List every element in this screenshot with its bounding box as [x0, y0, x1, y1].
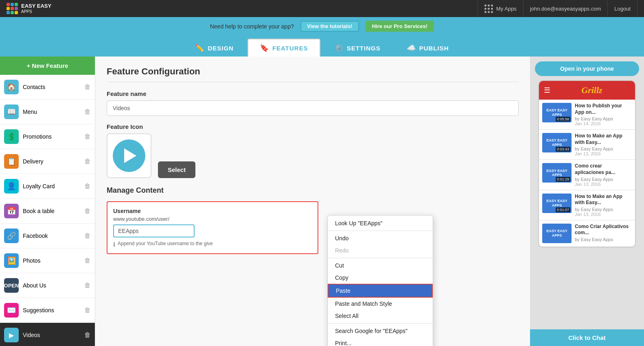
cm-divider [328, 231, 433, 231]
video-title: Como crear aplicaciones pa... [575, 163, 632, 176]
feature-icon-area: Select [107, 133, 519, 178]
thumb-logo: EASY EASYAPPS [546, 199, 567, 208]
mc-note-text: Append your YouTube username to the give [118, 241, 213, 246]
video-thumb: EASY EASYAPPS 0:05:58 [542, 103, 572, 122]
tab-settings[interactable]: ⚙️ SETTINGS [322, 39, 393, 57]
sidebar-item-delivery-label: Delivery [23, 158, 80, 165]
url-prefix: www.youtube.com/user/ [113, 216, 312, 222]
loyalty-card-trash-icon[interactable]: 🗑 [84, 183, 91, 190]
click-to-chat-btn[interactable]: Click to Chat [530, 329, 644, 346]
cm-copy-label: Copy [335, 274, 348, 281]
tab-bar: ✏️ DESIGN 🔖 FEATURES ⚙️ SETTINGS ☁️ PUBL… [0, 35, 644, 57]
cm-lookup-label: Look Up "EEApps" [335, 220, 383, 226]
sidebar-item-promotions[interactable]: 💲 Promotions 🗑 [0, 124, 95, 149]
cm-paste-match[interactable]: Paste and Match Style [328, 298, 433, 310]
cm-redo-label: Redo [335, 247, 348, 254]
thumb-logo: EASY EASYAPPS [546, 138, 567, 147]
sidebar-item-about-us[interactable]: OPEN About Us 🗑 [0, 273, 95, 298]
cm-search-google[interactable]: Search Google for "EEApps" [328, 325, 433, 337]
view-tutorials-btn[interactable]: View the tutorials! [300, 21, 359, 32]
video-item: EASY EASYAPPS 0:05:58 How to Publish you… [539, 100, 635, 130]
cm-paste[interactable]: Paste [328, 284, 433, 298]
context-menu: Look Up "EEApps" Undo Redo Cut Copy Past… [327, 215, 433, 346]
about-us-trash-icon[interactable]: 🗑 [84, 282, 91, 289]
cm-copy[interactable]: Copy [328, 272, 433, 284]
tab-publish[interactable]: ☁️ PUBLISH [394, 39, 461, 57]
hamburger-icon[interactable]: ☰ [544, 86, 550, 95]
hire-pro-services-btn[interactable]: Hire our Pro Services! [366, 21, 434, 32]
cm-print[interactable]: Print... [328, 337, 433, 346]
video-date: Jan 13, 2016 [575, 182, 632, 187]
sidebar-item-photos[interactable]: 🖼️ Photos 🗑 [0, 248, 95, 273]
video-duration: 0:01:29 [556, 177, 570, 182]
sidebar-item-delivery[interactable]: 📋 Delivery 🗑 [0, 149, 95, 174]
video-title: How to Make an App with Easy... [575, 133, 632, 146]
my-apps-label: My Apps [496, 6, 517, 12]
book-a-table-trash-icon[interactable]: 🗑 [84, 207, 91, 215]
sidebar-item-videos[interactable]: ▶ Videos 🗑 [0, 323, 95, 346]
cm-paste-match-label: Paste and Match Style [335, 300, 392, 307]
new-feature-btn[interactable]: + New Feature [0, 57, 95, 75]
tab-settings-label: SETTINGS [347, 45, 381, 52]
logo-dot [7, 3, 10, 6]
app-title: Grillz [554, 85, 630, 96]
video-duration: 0:01:07 [556, 207, 570, 212]
logo-dot [11, 3, 14, 6]
videos-trash-icon[interactable]: 🗑 [84, 331, 91, 339]
promotions-trash-icon[interactable]: 🗑 [84, 133, 91, 140]
suggestions-trash-icon[interactable]: 🗑 [84, 307, 91, 314]
thumb-logo: EASY EASYAPPS [546, 229, 567, 238]
photos-trash-icon[interactable]: 🗑 [84, 257, 91, 264]
open-in-phone-btn[interactable]: Open in your phone [535, 61, 639, 76]
suggestions-icon: ✉️ [4, 303, 19, 318]
cm-select-all[interactable]: Select All [328, 310, 433, 322]
cm-cut[interactable]: Cut [328, 259, 433, 272]
feature-name-input[interactable] [107, 100, 519, 116]
menu-trash-icon[interactable]: 🗑 [84, 108, 91, 115]
cm-divider2 [328, 258, 433, 258]
about-us-icon: OPEN [4, 278, 19, 293]
delivery-icon: 📋 [4, 154, 19, 169]
mc-note: ℹ Append your YouTube username to the gi… [113, 241, 312, 248]
cm-undo-label: Undo [335, 235, 348, 242]
icon-preview [107, 133, 151, 178]
cm-redo: Redo [328, 244, 433, 257]
sidebar-item-facebook[interactable]: 🔗 Facebook 🗑 [0, 224, 95, 248]
cm-search-google-label: Search Google for "EEApps" [335, 328, 407, 334]
cm-undo[interactable]: Undo [328, 232, 433, 244]
promotions-icon: 💲 [4, 129, 19, 144]
video-author: by Easy Easy Apps [575, 207, 632, 212]
help-banner: Need help to complete your app? View the… [0, 17, 644, 35]
sidebar-item-loyalty-card[interactable]: 👤 Loyalty Card 🗑 [0, 174, 95, 199]
cm-divider3 [328, 323, 433, 324]
page-title: Feature Configuration [107, 66, 519, 82]
video-author: by Easy Easy Apps [575, 177, 632, 182]
menu-icon: 📖 [4, 104, 19, 119]
play-triangle [124, 148, 136, 163]
delivery-trash-icon[interactable]: 🗑 [84, 158, 91, 165]
video-info: How to Make an App with Easy... by Easy … [575, 194, 632, 217]
my-apps-nav-btn[interactable]: My Apps [478, 0, 524, 17]
video-date: Jan 13, 2016 [575, 212, 632, 217]
sidebar-item-contacts[interactable]: 🏠 Contacts 🗑 [0, 75, 95, 100]
video-thumb: EASY EASYAPPS 0:01:07 [542, 194, 572, 213]
main-layout: + New Feature 🏠 Contacts 🗑 📖 Menu 🗑 💲 Pr… [0, 57, 644, 346]
sidebar-item-suggestions[interactable]: ✉️ Suggestions 🗑 [0, 298, 95, 323]
select-icon-btn[interactable]: Select [158, 161, 195, 178]
video-date: Jan 14, 2016 [575, 121, 632, 126]
tab-features-label: FEATURES [272, 45, 308, 52]
logo-dot [15, 3, 18, 6]
facebook-trash-icon[interactable]: 🗑 [84, 232, 91, 239]
sidebar-item-book-a-table[interactable]: 📅 Book a table 🗑 [0, 199, 95, 224]
sidebar-item-videos-label: Videos [23, 332, 80, 338]
video-item: EASY EASYAPPS 0:01:07 How to Make an App… [539, 190, 635, 220]
cm-lookup[interactable]: Look Up "EEApps" [328, 217, 433, 229]
photos-icon: 🖼️ [4, 253, 19, 268]
logout-btn[interactable]: Logout [608, 0, 637, 17]
username-input[interactable] [113, 224, 195, 237]
contacts-trash-icon[interactable]: 🗑 [84, 83, 91, 91]
tab-features[interactable]: 🔖 FEATURES [248, 39, 320, 57]
tab-design[interactable]: ✏️ DESIGN [183, 39, 246, 57]
video-thumb: EASY EASYAPPS 0:03:43 [542, 133, 572, 152]
sidebar-item-menu[interactable]: 📖 Menu 🗑 [0, 100, 95, 124]
